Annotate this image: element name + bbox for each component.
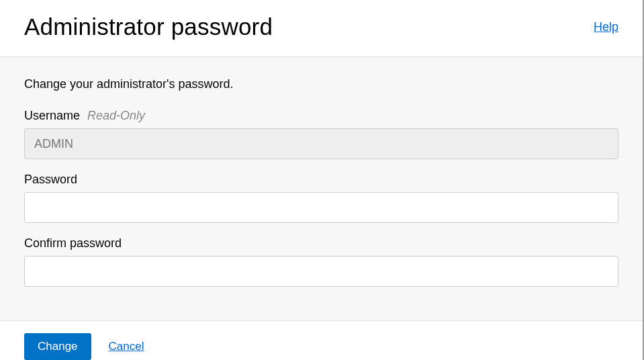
help-link[interactable]: Help: [594, 20, 618, 34]
form-body: Change your administrator's password. Us…: [0, 57, 643, 321]
username-hint: Read-Only: [87, 109, 145, 122]
form-footer: Change Cancel: [0, 321, 643, 360]
page-title: Administrator password: [24, 13, 273, 40]
form-description: Change your administrator's password.: [24, 77, 618, 91]
username-label: Username Read-Only: [24, 109, 618, 123]
username-label-text: Username: [24, 109, 80, 122]
change-button[interactable]: Change: [24, 333, 91, 360]
password-input[interactable]: [24, 192, 618, 223]
page-header: Administrator password Help: [0, 0, 643, 57]
confirm-password-input[interactable]: [24, 256, 618, 287]
password-field-group: Password: [24, 173, 618, 223]
username-input: [24, 128, 618, 159]
confirm-password-field-group: Confirm password: [24, 236, 618, 287]
confirm-password-label: Confirm password: [24, 236, 618, 251]
cancel-link[interactable]: Cancel: [109, 340, 144, 353]
username-field-group: Username Read-Only: [24, 109, 618, 159]
password-label: Password: [24, 173, 618, 187]
